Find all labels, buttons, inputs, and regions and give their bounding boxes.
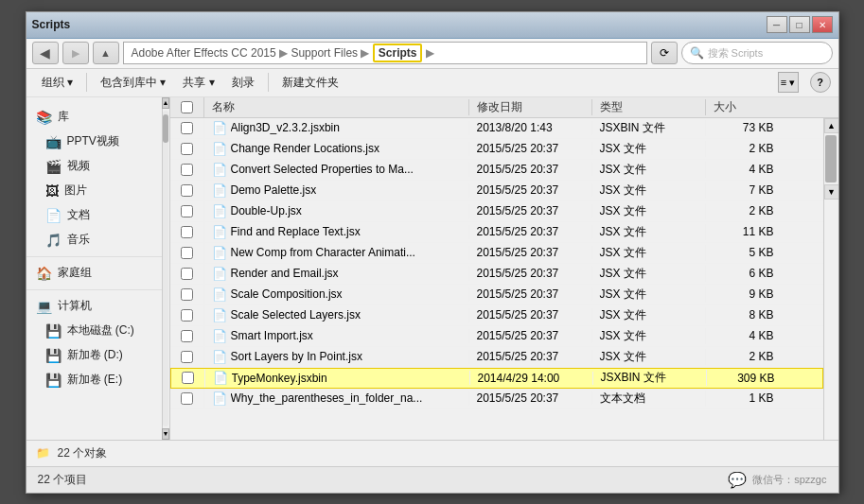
address-path[interactable]: Adobe After Effects CC 2015 ▶ Support Fi…: [123, 42, 647, 64]
row-checkbox-4[interactable]: [181, 205, 193, 217]
sidebar-item-computer[interactable]: 💻 计算机: [26, 294, 162, 319]
file-name-1: Change Render Locations.jsx: [231, 142, 379, 155]
sidebar-item-pptv[interactable]: 📺 PPTV视频: [26, 130, 162, 154]
share-button[interactable]: 共享 ▾: [175, 71, 221, 94]
table-row[interactable]: 📄 Render and Email.jsx 2015/5/25 20:37 J…: [170, 264, 823, 285]
sidebar-item-music[interactable]: 🎵 音乐: [26, 228, 162, 252]
burn-button[interactable]: 刻录: [224, 71, 262, 94]
scroll-thumb[interactable]: [825, 135, 837, 182]
back-button[interactable]: ◀: [32, 42, 59, 64]
table-row[interactable]: 📄 Demo Palette.jsx 2015/5/25 20:37 JSX 文…: [170, 181, 823, 201]
sidebar-label-computer: 计算机: [58, 298, 92, 314]
forward-button[interactable]: ▶: [62, 42, 89, 64]
file-icon-2: 📄: [212, 163, 227, 177]
col-date-header[interactable]: 修改日期: [469, 99, 592, 115]
scroll-down-button[interactable]: ▼: [824, 184, 838, 200]
new-folder-button[interactable]: 新建文件夹: [274, 71, 346, 94]
table-row[interactable]: 📄 TypeMonkey.jsxbin 2014/4/29 14:00 JSXB…: [170, 368, 823, 389]
file-icon-10: 📄: [212, 329, 227, 343]
toolbar: 组织 ▾ 包含到库中 ▾ 共享 ▾ 刻录 新建文件夹 ≡ ▾ ?: [26, 69, 838, 97]
file-type-7: JSX 文件: [592, 266, 706, 282]
table-row[interactable]: 📄 Double-Up.jsx 2015/5/25 20:37 JSX 文件 2…: [170, 201, 823, 222]
table-row[interactable]: 📄 Align3D_v2.3.2.jsxbin 2013/8/20 1:43 J…: [170, 118, 823, 139]
file-type-5: JSX 文件: [592, 224, 706, 240]
file-size-6: 5 KB: [706, 246, 782, 259]
col-type-header[interactable]: 类型: [592, 99, 706, 115]
row-checkbox-12[interactable]: [182, 372, 194, 384]
sidebar-item-drive-c[interactable]: 💾 本地磁盘 (C:): [26, 319, 162, 343]
table-row[interactable]: 📄 Convert Selected Properties to Ma... 2…: [170, 160, 823, 181]
sidebar-scroll-up[interactable]: ▲: [162, 97, 169, 109]
view-options-button[interactable]: ≡ ▾: [778, 72, 799, 93]
file-name-9: Scale Selected Layers.jsx: [231, 308, 361, 322]
file-type-13: 文本文档: [592, 391, 706, 407]
main-content: 📚 库 📺 PPTV视频 🎬 视频 🖼 图片 📄 文档: [26, 97, 838, 440]
table-row[interactable]: 📄 Scale Composition.jsx 2015/5/25 20:37 …: [170, 285, 823, 305]
file-size-3: 7 KB: [706, 183, 782, 197]
path-text: Adobe After Effects CC 2015 ▶ Support Fi…: [132, 46, 434, 60]
file-date-3: 2015/5/25 20:37: [469, 183, 592, 197]
table-row[interactable]: 📄 New Comp from Character Animati... 201…: [170, 243, 823, 264]
row-checkbox-2[interactable]: [181, 164, 193, 176]
row-checkbox-6[interactable]: [181, 247, 193, 259]
select-all-checkbox[interactable]: [181, 101, 193, 113]
file-name-12: TypeMonkey.jsxbin: [232, 372, 327, 385]
search-placeholder: 搜索 Scripts: [708, 46, 764, 61]
table-row[interactable]: 📄 Change Render Locations.jsx 2015/5/25 …: [170, 139, 823, 160]
wechat-icon: 💬: [728, 471, 747, 489]
toolbar-separator-2: [268, 73, 269, 92]
restore-button[interactable]: □: [789, 16, 810, 33]
sidebar-label-drive-c: 本地磁盘 (C:): [67, 322, 134, 339]
col-size-header[interactable]: 大小: [706, 99, 782, 115]
sidebar-item-library[interactable]: 📚 库: [26, 105, 162, 130]
row-checkbox-1[interactable]: [181, 143, 193, 155]
row-checkbox-11[interactable]: [181, 351, 193, 363]
sidebar-label-documents: 文档: [67, 207, 90, 223]
file-size-2: 4 KB: [706, 163, 782, 176]
table-row[interactable]: 📄 Find and Replace Text.jsx 2015/5/25 20…: [170, 222, 823, 243]
sidebar-scroll-down[interactable]: ▼: [162, 428, 169, 440]
sidebar-item-homegroup[interactable]: 🏠 家庭组: [26, 261, 162, 286]
file-list: 📄 Align3D_v2.3.2.jsxbin 2013/8/20 1:43 J…: [170, 118, 823, 440]
file-size-10: 4 KB: [706, 329, 782, 342]
sidebar-item-drive-d[interactable]: 💾 新加卷 (D:): [26, 343, 162, 368]
col-name-header[interactable]: 名称: [204, 99, 469, 115]
organize-button[interactable]: 组织 ▾: [34, 71, 80, 94]
row-checkbox-3[interactable]: [181, 184, 193, 197]
file-icon-4: 📄: [212, 204, 227, 218]
row-checkbox-13[interactable]: [181, 392, 193, 405]
minimize-button[interactable]: ─: [767, 16, 787, 33]
file-date-2: 2015/5/25 20:37: [469, 163, 592, 176]
row-checkbox-0[interactable]: [181, 122, 193, 134]
sidebar-item-drive-e[interactable]: 💾 新加卷 (E:): [26, 368, 162, 392]
sidebar-label-drive-d: 新加卷 (D:): [67, 347, 123, 363]
sidebar-label-library: 库: [58, 109, 69, 125]
include-library-button[interactable]: 包含到库中 ▾: [93, 71, 173, 94]
table-row[interactable]: 📄 Why_the_parentheses_in_folder_na... 20…: [170, 389, 823, 409]
row-checkbox-8[interactable]: [181, 288, 193, 301]
row-checkbox-9[interactable]: [181, 309, 193, 322]
file-size-0: 73 KB: [706, 121, 782, 134]
refresh-button[interactable]: ⟳: [651, 42, 678, 64]
search-bar[interactable]: 🔍 搜索 Scripts: [681, 42, 833, 64]
file-type-4: JSX 文件: [592, 203, 706, 219]
row-checkbox-5[interactable]: [181, 226, 193, 238]
sidebar-item-pictures[interactable]: 🖼 图片: [26, 179, 162, 203]
file-date-4: 2015/5/25 20:37: [469, 204, 592, 217]
up-button[interactable]: ▲: [93, 42, 119, 64]
file-date-5: 2015/5/25 20:37: [469, 225, 592, 238]
file-date-6: 2015/5/25 20:37: [469, 246, 592, 259]
table-row[interactable]: 📄 Smart Import.jsx 2015/5/25 20:37 JSX 文…: [170, 326, 823, 347]
sidebar-item-documents[interactable]: 📄 文档: [26, 203, 162, 228]
close-button[interactable]: ✕: [812, 16, 833, 33]
file-type-6: JSX 文件: [592, 245, 706, 261]
sidebar-item-video[interactable]: 🎬 视频: [26, 154, 162, 179]
sidebar: 📚 库 📺 PPTV视频 🎬 视频 🖼 图片 📄 文档: [26, 97, 162, 440]
table-row[interactable]: 📄 Scale Selected Layers.jsx 2015/5/25 20…: [170, 305, 823, 326]
table-row[interactable]: 📄 Sort Layers by In Point.jsx 2015/5/25 …: [170, 347, 823, 368]
row-checkbox-10[interactable]: [181, 330, 193, 342]
row-checkbox-7[interactable]: [181, 268, 193, 280]
file-icon-11: 📄: [212, 350, 227, 364]
help-button[interactable]: ?: [810, 72, 831, 93]
scroll-up-button[interactable]: ▲: [824, 118, 838, 133]
